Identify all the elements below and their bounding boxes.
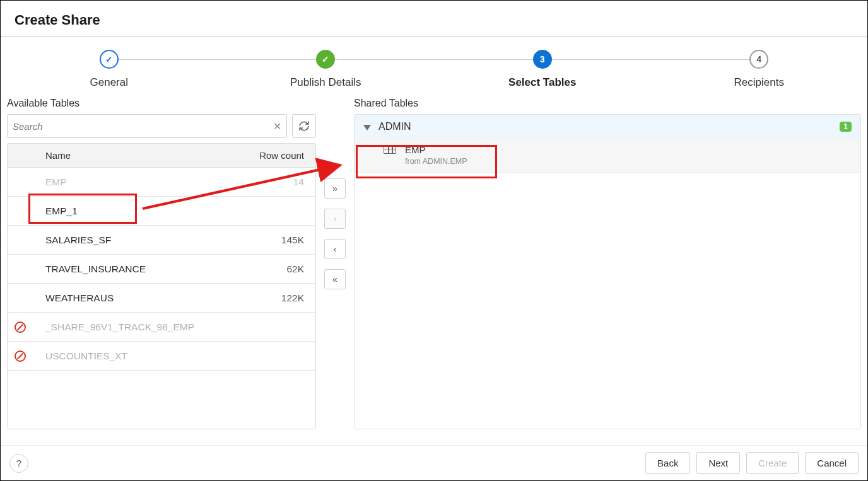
refresh-button[interactable]: [292, 114, 316, 138]
cell-rowcount: 122K: [227, 285, 315, 311]
shared-group-header[interactable]: ADMIN 1: [355, 115, 860, 139]
wizard-stepper: ✓ General ✓ Publish Details 3 Select Tab…: [1, 37, 867, 94]
dialog-footer: ? Back Next Create Cancel: [1, 445, 867, 480]
shared-item-source: from ADMIN.EMP: [384, 157, 852, 166]
cell-name: EMP: [33, 169, 227, 195]
cell-rowcount: [227, 349, 315, 364]
refresh-icon: [298, 120, 310, 132]
table-icon: [384, 146, 396, 154]
step-select-tables[interactable]: 3 Select Tables: [434, 50, 651, 89]
shared-tables-heading: Shared Tables: [354, 98, 861, 109]
cell-rowcount: 14: [227, 169, 315, 195]
available-tables-heading: Available Tables: [7, 98, 316, 109]
col-name[interactable]: Name: [8, 144, 227, 167]
table-row[interactable]: USCOUNTIES_XT: [8, 342, 315, 371]
step-label: Recipients: [734, 76, 784, 89]
table-row[interactable]: TRAVEL_INSURANCE 62K: [8, 255, 315, 284]
cell-rowcount: 145K: [227, 227, 315, 253]
group-name: ADMIN: [378, 121, 411, 132]
table-row[interactable]: _SHARE_96V1_TRACK_98_EMP: [8, 313, 315, 342]
step-connector: [119, 59, 317, 60]
cell-name: TRAVEL_INSURANCE: [33, 256, 227, 282]
table-row[interactable]: EMP_1: [8, 197, 315, 226]
shared-item[interactable]: EMP from ADMIN.EMP: [355, 139, 860, 173]
remove-all-button[interactable]: «: [324, 269, 346, 289]
checkmark-icon: ✓: [316, 50, 335, 69]
step-connector: [552, 59, 750, 60]
step-label: Publish Details: [290, 76, 361, 89]
step-label: General: [90, 76, 128, 89]
count-badge: 1: [840, 122, 852, 132]
back-button[interactable]: Back: [645, 452, 690, 474]
cell-name: WEATHERAUS: [33, 285, 227, 311]
cell-name: USCOUNTIES_XT: [33, 343, 227, 369]
add-all-button[interactable]: »: [324, 178, 346, 199]
remove-one-button[interactable]: ‹: [324, 239, 346, 259]
dialog-title: Create Share: [1, 1, 867, 36]
shared-tables-list: ADMIN 1 EMP from ADMIN.EMP: [354, 114, 861, 429]
cell-rowcount: 62K: [227, 256, 315, 282]
checkmark-icon: ✓: [100, 50, 119, 69]
step-recipients[interactable]: 4 Recipients: [651, 50, 868, 89]
step-connector: [335, 59, 533, 60]
add-one-button[interactable]: ›: [324, 209, 346, 229]
shared-item-name: EMP: [405, 144, 426, 155]
search-input[interactable]: [13, 121, 273, 132]
table-row[interactable]: WEATHERAUS 122K: [8, 284, 315, 313]
cell-rowcount: [227, 204, 315, 219]
cell-rowcount: [227, 320, 315, 335]
forbidden-icon: [15, 351, 26, 362]
step-label: Select Tables: [508, 76, 576, 89]
forbidden-icon: [15, 322, 26, 333]
create-button[interactable]: Create: [746, 452, 799, 474]
cell-name: EMP_1: [33, 198, 227, 224]
step-publish-details[interactable]: ✓ Publish Details: [218, 50, 435, 89]
cell-name: SALARIES_SF: [33, 227, 227, 253]
collapse-icon: [363, 125, 371, 130]
table-row[interactable]: SALARIES_SF 145K: [8, 226, 315, 255]
step-general[interactable]: ✓ General: [1, 50, 218, 89]
cancel-button[interactable]: Cancel: [805, 452, 859, 474]
table-row[interactable]: EMP 14: [8, 168, 315, 197]
table-header: Name Row count: [8, 144, 315, 168]
col-rowcount[interactable]: Row count: [227, 144, 315, 167]
clear-icon[interactable]: ✕: [273, 120, 281, 132]
next-button[interactable]: Next: [696, 452, 740, 474]
step-number-icon: 3: [533, 50, 552, 69]
cell-name: _SHARE_96V1_TRACK_98_EMP: [33, 314, 227, 340]
help-button[interactable]: ?: [9, 454, 28, 473]
step-number-icon: 4: [749, 50, 768, 69]
available-tables-list: Name Row count EMP 14 EMP_1 SALARIES_SF …: [7, 143, 316, 429]
search-box[interactable]: ✕: [7, 114, 287, 138]
